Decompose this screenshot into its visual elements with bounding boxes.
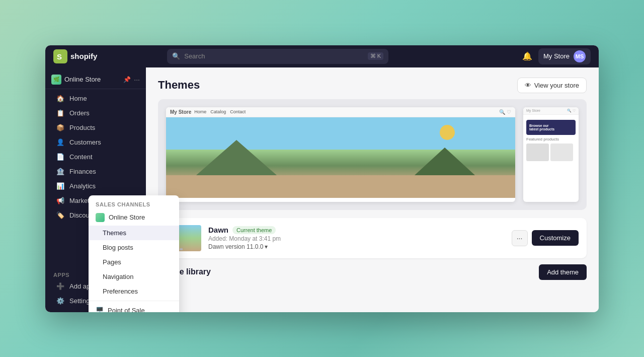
sidebar-item-content[interactable]: 📄 Content	[48, 150, 143, 164]
dropdown-item-point-of-sale[interactable]: 🖥️ Point of Sale	[89, 303, 179, 312]
mobile-product-card	[550, 144, 573, 161]
dropdown-item-label: Preferences	[103, 288, 138, 295]
orders-icon: 📋	[56, 109, 64, 117]
dropdown-item-label: Themes	[103, 229, 126, 237]
dawn-added-date: Added: Monday at 3:41 pm	[208, 235, 505, 242]
sidebar-item-label: Home	[69, 95, 87, 102]
content-area: Themes 👁 View your store My Store Home C…	[146, 67, 599, 312]
marketing-icon: 📢	[56, 197, 64, 204]
theme-preview-section: My Store Home Catalog Contact 🔍 ♡	[158, 99, 587, 210]
app-logo: S shopify	[53, 49, 97, 63]
chevron-down-icon: ▾	[265, 243, 268, 250]
titlebar: S shopify 🔍 Search ⌘ K 🔔 My Store MS	[45, 45, 599, 67]
breadcrumb: 🌿 Online Store 📌 ···	[45, 72, 146, 89]
dropdown-section-label: Sales channels	[89, 198, 179, 209]
mobile-hero: Browse our latest products	[526, 120, 576, 135]
dropdown-item-label: Blog posts	[103, 244, 133, 251]
dropdown-item-label: Navigation	[103, 273, 133, 280]
app-name: shopify	[70, 52, 97, 60]
store-badge[interactable]: My Store MS	[538, 48, 591, 64]
dropdown-item-label: Online Store	[109, 213, 145, 221]
avatar: MS	[574, 50, 586, 62]
dawn-theme-row: Dawn Current theme Added: Monday at 3:41…	[158, 218, 587, 258]
pin-icon[interactable]: 📌	[123, 76, 131, 83]
analytics-icon: 📊	[56, 182, 64, 190]
eye-icon: 👁	[525, 82, 531, 89]
sidebar-item-label: Customers	[69, 138, 101, 146]
customize-button[interactable]: Customize	[532, 230, 579, 246]
mobile-browser-bar: My Store 🔍 ♡	[523, 107, 579, 115]
dropdown-item-blog-posts[interactable]: Blog posts	[89, 240, 179, 255]
add-theme-button[interactable]: Add theme	[539, 264, 587, 280]
sidebar-item-analytics[interactable]: 📊 Analytics	[48, 179, 143, 193]
sidebar-item-label: Products	[69, 124, 95, 131]
theme-card-mobile: My Store 🔍 ♡ Browse our latest products …	[523, 107, 579, 202]
breadcrumb-text: Online Store	[64, 76, 101, 83]
mountain-decoration-2	[415, 148, 475, 175]
titlebar-right: 🔔 My Store MS	[522, 48, 591, 64]
search-icon: 🔍	[172, 52, 180, 60]
sun-decoration	[440, 125, 455, 140]
pos-icon: 🖥️	[96, 307, 104, 312]
more-icon[interactable]: ···	[134, 76, 140, 84]
dawn-info: Dawn Current theme Added: Monday at 3:41…	[208, 226, 505, 250]
sidebar-item-customers[interactable]: 👤 Customers	[48, 135, 143, 150]
sidebar-item-home[interactable]: 🏠 Home	[48, 91, 143, 106]
online-store-icon	[96, 213, 105, 222]
content-header: Themes 👁 View your store	[146, 67, 599, 99]
mobile-product-card	[526, 144, 549, 161]
mobile-preview-content: Browse our latest products Featured prod…	[523, 115, 579, 164]
notification-icon[interactable]: 🔔	[522, 51, 532, 61]
dropdown-item-label: Point of Sale	[108, 307, 145, 312]
page-title: Themes	[158, 79, 200, 92]
desktop-search-icon: 🔍 ♡	[499, 109, 511, 115]
search-placeholder: Search	[184, 52, 205, 60]
store-icon: 🌿	[51, 75, 61, 85]
sidebar-item-orders[interactable]: 📋 Orders	[48, 106, 143, 120]
discounts-icon: 🏷️	[56, 211, 64, 219]
customers-icon: 👤	[56, 138, 64, 146]
sidebar-item-label: Analytics	[69, 182, 96, 190]
home-icon: 🏠	[56, 95, 64, 102]
current-theme-badge: Current theme	[232, 226, 276, 234]
products-icon: 📦	[56, 124, 64, 131]
sidebar-item-label: Content	[69, 153, 93, 161]
sidebar-item-label: Orders	[69, 109, 90, 117]
sidebar-item-finances[interactable]: 🏦 Finances	[48, 164, 143, 179]
desktop-preview-image	[166, 117, 515, 198]
sidebar-item-products[interactable]: 📦 Products	[48, 120, 143, 135]
mobile-products	[526, 144, 576, 161]
content-icon: 📄	[56, 153, 64, 161]
settings-icon: ⚙️	[56, 297, 64, 305]
ground-decoration	[166, 175, 515, 198]
store-name: My Store	[543, 52, 570, 60]
thumb-dot-gray	[180, 248, 183, 250]
add-apps-icon: ➕	[56, 282, 64, 290]
theme-library-section: Theme library Add theme	[158, 264, 587, 280]
search-bar[interactable]: 🔍 Search ⌘ K	[167, 49, 388, 64]
shopify-logo-icon: S	[53, 49, 67, 63]
dropdown-item-themes[interactable]: Themes	[89, 226, 179, 240]
desktop-browser-bar: My Store Home Catalog Contact 🔍 ♡	[166, 107, 515, 117]
dropdown-item-preferences[interactable]: Preferences	[89, 284, 179, 299]
view-store-button[interactable]: 👁 View your store	[517, 78, 587, 93]
sidebar-item-label: Finances	[69, 168, 96, 175]
finances-icon: 🏦	[56, 168, 64, 175]
dawn-actions: ··· Customize	[512, 230, 579, 246]
sales-channels-dropdown: Sales channels Online Store Themes Blog …	[89, 195, 179, 312]
dropdown-item-online-store[interactable]: Online Store	[89, 209, 179, 226]
theme-more-button[interactable]: ···	[512, 230, 528, 246]
theme-card-desktop: My Store Home Catalog Contact 🔍 ♡	[166, 107, 515, 202]
dawn-theme-name: Dawn Current theme	[208, 226, 505, 234]
dropdown-item-navigation[interactable]: Navigation	[89, 269, 179, 284]
mobile-featured-label: Featured products	[526, 137, 576, 141]
dawn-version: Dawn version 11.0.0 ▾	[208, 243, 505, 250]
dropdown-item-pages[interactable]: Pages	[89, 255, 179, 269]
svg-text:S: S	[57, 52, 62, 61]
mountain-decoration	[196, 140, 277, 175]
search-shortcut: ⌘ K	[368, 52, 383, 60]
dropdown-item-label: Pages	[103, 258, 121, 266]
